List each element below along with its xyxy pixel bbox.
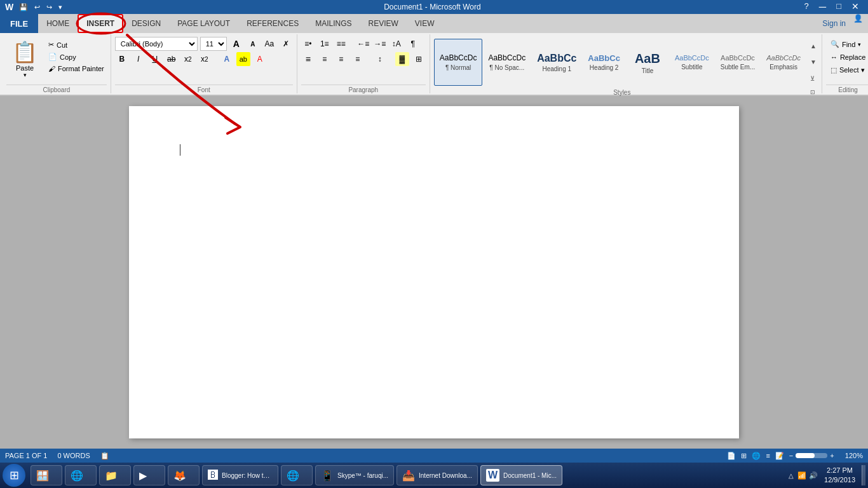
style-heading2[interactable]: AaBbCc Heading 2 xyxy=(582,39,626,86)
numbering-btn[interactable]: 1≡ xyxy=(318,37,332,51)
save-quickaccess-btn[interactable]: 💾 xyxy=(17,2,30,13)
shading-btn[interactable]: ▓ xyxy=(395,52,409,66)
replace-button[interactable]: ↔ Replace xyxy=(826,51,868,63)
clear-format-btn[interactable]: ✗ xyxy=(279,37,293,51)
paste-button[interactable]: 📋 Paste ▾ xyxy=(6,37,43,81)
taskbar-mediaplayer-btn[interactable]: ▶ xyxy=(133,465,165,485)
taskbar-idm-btn[interactable]: 📥 Internet Downloa... xyxy=(397,465,478,485)
view-outline[interactable]: ≡ xyxy=(766,452,770,459)
tab-review[interactable]: REVIEW xyxy=(360,14,407,33)
border-btn[interactable]: ⊞ xyxy=(412,52,426,66)
show-formatting-btn[interactable]: ¶ xyxy=(406,37,420,51)
maximize-btn[interactable]: □ xyxy=(832,1,845,13)
zoom-out-btn[interactable]: − xyxy=(789,452,793,459)
font-color-btn[interactable]: A xyxy=(253,52,267,66)
font-family-select[interactable]: Calibri (Body) xyxy=(115,37,198,51)
increase-indent-btn[interactable]: →≡ xyxy=(373,37,387,51)
taskbar-explorer-btn[interactable]: 📁 xyxy=(99,465,131,485)
text-effect-btn[interactable]: A xyxy=(220,52,234,66)
bold-btn[interactable]: B xyxy=(115,52,129,66)
start-button[interactable]: ⊞ xyxy=(3,464,25,487)
align-center-btn[interactable]: ≡ xyxy=(318,52,332,66)
grow-font-btn[interactable]: A xyxy=(229,37,243,51)
help-btn[interactable]: ? xyxy=(801,1,813,13)
taskbar-skype-btn[interactable]: 📱 Skype™ - faruqi... xyxy=(315,465,394,485)
redo-btn[interactable]: ↪ xyxy=(44,2,54,13)
customize-qa-btn[interactable]: ▾ xyxy=(57,2,64,13)
minimize-btn[interactable]: ─ xyxy=(815,1,830,13)
superscript-btn[interactable]: x2 xyxy=(198,52,212,66)
show-desktop-btn[interactable] xyxy=(862,465,865,485)
subscript-btn[interactable]: x2 xyxy=(181,52,195,66)
style-heading2-preview: AaBbCc xyxy=(588,53,620,64)
align-right-btn[interactable]: ≡ xyxy=(334,52,348,66)
style-no-spacing-preview: AaBbCcDc xyxy=(488,53,526,62)
paragraph-group-content: ≡• 1≡ ≡≡ ←≡ →≡ ↕A ¶ ≡ ≡ ≡ xyxy=(301,36,426,85)
taskbar-windows-btn[interactable]: 🪟 xyxy=(31,465,62,485)
clock-display[interactable]: 2:27 PM 12/9/2013 xyxy=(824,466,855,485)
find-button[interactable]: 🔍 Find ▾ xyxy=(826,38,865,50)
line-spacing-btn[interactable]: ↕ xyxy=(373,52,387,66)
view-draft[interactable]: 📝 xyxy=(775,452,784,460)
change-case-btn[interactable]: Aa xyxy=(262,37,276,51)
styles-scroll-down[interactable]: ▼ xyxy=(809,57,818,67)
styles-gallery-content: AaBbCcDc ¶ Normal AaBbCcDc ¶ No Spac... … xyxy=(434,36,818,88)
tab-references[interactable]: REFERENCES xyxy=(238,14,307,33)
justify-btn[interactable]: ≡ xyxy=(351,52,365,66)
taskbar-firefox-btn[interactable]: 🦊 xyxy=(168,465,200,485)
style-title[interactable]: AaB Title xyxy=(626,39,669,86)
format-painter-button[interactable]: 🖌 Format Painter xyxy=(46,64,107,74)
tab-mailings[interactable]: MAILINGS xyxy=(307,14,360,33)
shrink-font-btn[interactable]: A xyxy=(246,37,260,51)
tab-design[interactable]: DESIGN xyxy=(123,14,169,33)
align-left-btn[interactable]: ≡ xyxy=(301,52,315,66)
sign-in-btn[interactable]: Sign in xyxy=(815,14,853,33)
styles-scroll-up[interactable]: ▲ xyxy=(809,41,818,51)
tab-view[interactable]: VIEW xyxy=(407,14,443,33)
style-normal[interactable]: AaBbCcDc ¶ Normal xyxy=(434,39,483,86)
close-btn[interactable]: ✕ xyxy=(848,1,863,13)
file-tab[interactable]: FILE xyxy=(0,14,38,33)
tab-home[interactable]: HOME xyxy=(38,14,78,33)
document-page[interactable] xyxy=(129,106,739,438)
taskbar-show-desktop-arrow[interactable]: △ xyxy=(789,472,794,479)
proofing-icon[interactable]: 📋 xyxy=(100,452,109,460)
para-row-2: ≡ ≡ ≡ ≡ ↕ ▓ ⊞ xyxy=(301,52,426,66)
taskbar-blogger-btn[interactable]: 🅱 Blogger: How to ... xyxy=(202,465,278,485)
view-print-layout[interactable]: 📄 xyxy=(727,452,736,460)
bullets-btn[interactable]: ≡• xyxy=(301,37,315,51)
taskbar-ie-btn[interactable]: 🌐 xyxy=(65,465,97,485)
taskbar-chrome-btn[interactable]: 🌐 xyxy=(281,465,313,485)
view-web-layout[interactable]: 🌐 xyxy=(752,452,761,460)
style-no-spacing[interactable]: AaBbCcDc ¶ No Spac... xyxy=(482,39,531,86)
underline-btn[interactable]: U xyxy=(148,52,162,66)
font-size-select[interactable]: 11 xyxy=(200,37,227,51)
paste-dropdown-icon[interactable]: ▾ xyxy=(24,72,27,78)
tab-page-layout[interactable]: PAGE LAYOUT xyxy=(169,14,238,33)
view-full-screen[interactable]: ⊞ xyxy=(741,452,747,460)
zoom-slider[interactable] xyxy=(796,453,827,458)
decrease-indent-btn[interactable]: ←≡ xyxy=(356,37,370,51)
zoom-in-btn[interactable]: + xyxy=(830,452,834,459)
taskbar-word-btn[interactable]: W Document1 - Mic... xyxy=(480,465,562,485)
cut-button[interactable]: ✂ Cut xyxy=(46,39,107,50)
italic-btn[interactable]: I xyxy=(132,52,146,66)
tab-insert[interactable]: INSERT xyxy=(78,14,123,33)
style-subtitle-preview: AaBbCcDc xyxy=(675,54,709,62)
sort-btn[interactable]: ↕A xyxy=(390,37,403,51)
style-subtle-em[interactable]: AaBbCcDc Subtle Em... xyxy=(715,39,761,86)
style-emphasis[interactable]: AaBbCcDc Emphasis xyxy=(761,39,806,86)
copy-button[interactable]: 📄 Copy xyxy=(46,51,107,62)
multilevel-btn[interactable]: ≡≡ xyxy=(334,37,348,51)
styles-expand[interactable]: ⊻ xyxy=(809,74,818,83)
zoom-percent[interactable]: 120% xyxy=(845,452,863,459)
find-dropdown-icon[interactable]: ▾ xyxy=(858,41,861,48)
select-button[interactable]: ⬚ Select ▾ xyxy=(826,64,868,76)
style-subtitle-label: Subtitle xyxy=(681,64,702,71)
highlight-color-btn[interactable]: ab xyxy=(236,52,250,66)
style-subtitle[interactable]: AaBbCcDc Subtitle xyxy=(669,39,715,86)
undo-btn[interactable]: ↩ xyxy=(32,2,42,13)
strikethrough-btn[interactable]: ab xyxy=(165,52,179,66)
styles-expand-icon[interactable]: ⊡ xyxy=(810,89,815,95)
style-heading1[interactable]: AaBbCc Heading 1 xyxy=(531,39,582,86)
